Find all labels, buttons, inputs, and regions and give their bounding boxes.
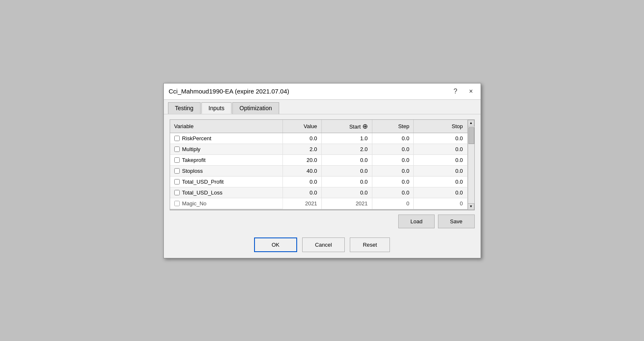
table-row-step: 0.0 bbox=[372, 144, 414, 155]
variable-name: Total_USD_Profit bbox=[182, 179, 224, 185]
tab-inputs[interactable]: Inputs bbox=[201, 102, 232, 114]
variable-name: Stoploss bbox=[182, 168, 203, 174]
reset-button[interactable]: Reset bbox=[350, 237, 390, 252]
table-row-variable: RiskPercent bbox=[170, 133, 283, 144]
help-button[interactable]: ? bbox=[451, 87, 460, 96]
row-checkbox-cell: Multiply bbox=[174, 146, 201, 152]
table-row-value: 2021 bbox=[283, 198, 321, 210]
scroll-down-arrow[interactable]: ▼ bbox=[468, 203, 474, 210]
table-row-variable: Magic_No bbox=[170, 198, 283, 209]
close-button[interactable]: × bbox=[466, 87, 475, 96]
title-controls: ? × bbox=[451, 87, 475, 96]
table-row: Multiply2.02.00.00.0 bbox=[170, 144, 468, 155]
col-header-variable: Variable bbox=[170, 120, 283, 133]
table-row-step: 0.0 bbox=[372, 187, 414, 198]
table-row-start: 0.0 bbox=[321, 177, 372, 187]
col-resize-icon[interactable]: ⊕ bbox=[362, 123, 368, 130]
cancel-button[interactable]: Cancel bbox=[302, 237, 345, 252]
variable-name: Magic_No bbox=[182, 200, 207, 207]
row-checkbox[interactable] bbox=[174, 136, 180, 141]
table-row-stop: 0.0 bbox=[414, 144, 467, 155]
table-row-value: 0.0 bbox=[283, 177, 321, 187]
load-save-row: Load Save bbox=[170, 215, 475, 228]
table-row-stop: 0.0 bbox=[414, 133, 467, 144]
table-row-stop: 0.0 bbox=[414, 187, 467, 198]
table-row-start: 0.0 bbox=[321, 166, 372, 177]
row-checkbox-cell: Magic_No bbox=[174, 200, 207, 207]
col-header-step: Step bbox=[372, 120, 414, 133]
row-checkbox[interactable] bbox=[174, 157, 180, 163]
table-row-variable: Takeprofit bbox=[170, 155, 283, 166]
row-checkbox[interactable] bbox=[174, 179, 180, 184]
scroll-thumb[interactable] bbox=[468, 127, 474, 144]
table-row: RiskPercent0.01.00.00.0 bbox=[170, 133, 468, 144]
table-row-value: 2.0 bbox=[283, 144, 321, 155]
row-checkbox-cell: Total_USD_Loss bbox=[174, 189, 223, 196]
table-row-value: 0.0 bbox=[283, 133, 321, 144]
dialog-window: Cci_Mahmoud1990-EA (expire 2021.07.04) ?… bbox=[163, 83, 481, 258]
bottom-bar: OK Cancel Reset bbox=[164, 233, 481, 258]
scrollbar-area: Variable Value Start ⊕ Step Stop bbox=[170, 120, 474, 210]
inputs-table-container: Variable Value Start ⊕ Step Stop bbox=[170, 119, 475, 210]
content-area: Variable Value Start ⊕ Step Stop bbox=[164, 114, 481, 233]
row-checkbox-cell: Total_USD_Profit bbox=[174, 179, 224, 185]
table-row-step: 0.0 bbox=[372, 177, 414, 187]
window-title: Cci_Mahmoud1990-EA (expire 2021.07.04) bbox=[169, 88, 290, 95]
col-header-value: Value bbox=[283, 120, 321, 133]
inputs-table: Variable Value Start ⊕ Step Stop bbox=[170, 120, 468, 210]
table-row-stop: 0 bbox=[414, 198, 467, 210]
row-checkbox[interactable] bbox=[174, 147, 180, 152]
table-row-variable: Multiply bbox=[170, 144, 283, 155]
variable-name: Multiply bbox=[182, 146, 201, 152]
tab-testing[interactable]: Testing bbox=[168, 102, 201, 114]
table-row-stop: 0.0 bbox=[414, 155, 467, 166]
load-button[interactable]: Load bbox=[398, 215, 435, 228]
scrollbar[interactable]: ▲ ▼ bbox=[468, 120, 474, 210]
scroll-track[interactable] bbox=[468, 126, 474, 203]
row-checkbox[interactable] bbox=[174, 190, 180, 195]
row-checkbox-cell: RiskPercent bbox=[174, 135, 211, 141]
variable-name: Total_USD_Loss bbox=[182, 189, 223, 196]
ok-button[interactable]: OK bbox=[254, 237, 297, 252]
row-checkbox-cell: Stoploss bbox=[174, 168, 203, 174]
table-row: Total_USD_Loss0.00.00.00.0 bbox=[170, 187, 468, 198]
table-row-step: 0.0 bbox=[372, 133, 414, 144]
table-row-value: 20.0 bbox=[283, 155, 321, 166]
col-header-stop: Stop bbox=[414, 120, 467, 133]
row-checkbox[interactable] bbox=[174, 201, 180, 206]
row-checkbox-cell: Takeprofit bbox=[174, 157, 206, 163]
table-row-start: 1.0 bbox=[321, 133, 372, 144]
row-checkbox[interactable] bbox=[174, 168, 180, 174]
save-button[interactable]: Save bbox=[438, 215, 475, 228]
variable-name: Takeprofit bbox=[182, 157, 206, 163]
table-row-value: 40.0 bbox=[283, 166, 321, 177]
table-row: Magic_No2021202100 bbox=[170, 198, 468, 210]
variable-name: RiskPercent bbox=[182, 135, 211, 141]
table-row-stop: 0.0 bbox=[414, 166, 467, 177]
table-row-stop: 0.0 bbox=[414, 177, 467, 187]
scroll-up-arrow[interactable]: ▲ bbox=[468, 120, 474, 126]
tabs-bar: Testing Inputs Optimization bbox=[164, 100, 481, 114]
col-header-start: Start ⊕ bbox=[321, 120, 372, 133]
table-row: Stoploss40.00.00.00.0 bbox=[170, 166, 468, 177]
table-row: Total_USD_Profit0.00.00.00.0 bbox=[170, 177, 468, 187]
table-row-step: 0 bbox=[372, 198, 414, 210]
table-row-value: 0.0 bbox=[283, 187, 321, 198]
table-row-start: 2021 bbox=[321, 198, 372, 210]
table-row: Takeprofit20.00.00.00.0 bbox=[170, 155, 468, 166]
table-row-start: 0.0 bbox=[321, 187, 372, 198]
table-row-variable: Total_USD_Loss bbox=[170, 187, 283, 198]
table-row-start: 2.0 bbox=[321, 144, 372, 155]
title-bar: Cci_Mahmoud1990-EA (expire 2021.07.04) ?… bbox=[164, 83, 481, 100]
table-row-start: 0.0 bbox=[321, 155, 372, 166]
table-row-step: 0.0 bbox=[372, 155, 414, 166]
table-row-variable: Stoploss bbox=[170, 166, 283, 177]
table-row-step: 0.0 bbox=[372, 166, 414, 177]
table-row-variable: Total_USD_Profit bbox=[170, 177, 283, 187]
tab-optimization[interactable]: Optimization bbox=[232, 102, 279, 114]
